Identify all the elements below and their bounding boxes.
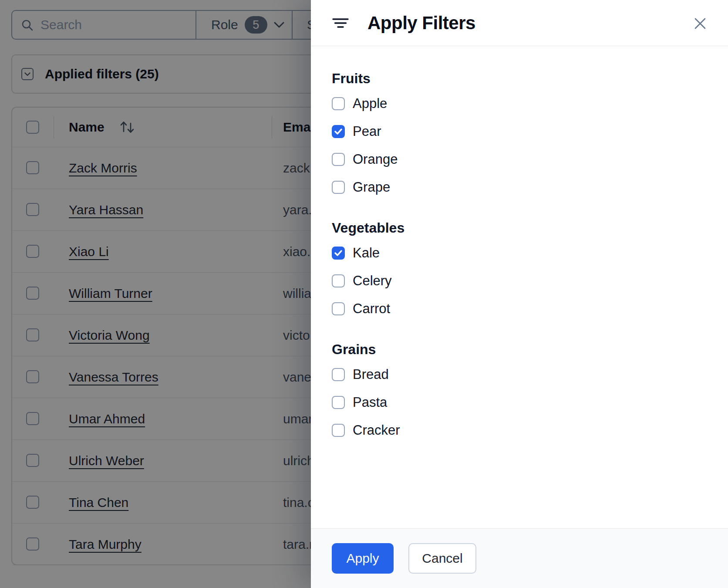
apply-button[interactable]: Apply <box>332 543 394 574</box>
filter-option-label: Orange <box>353 152 398 167</box>
filter-option-label: Bread <box>353 367 389 382</box>
filter-checkbox[interactable] <box>332 368 345 381</box>
apply-filters-panel: Apply Filters Fruits <box>311 0 728 588</box>
filter-option-label: Celery <box>353 273 392 289</box>
filter-option[interactable]: Orange <box>332 153 707 166</box>
checkmark-icon <box>334 128 342 135</box>
filter-option-label: Kale <box>353 245 380 261</box>
filter-checkbox[interactable] <box>332 247 345 260</box>
filter-option[interactable]: Carrot <box>332 302 707 315</box>
filter-checkbox[interactable] <box>332 181 345 194</box>
filter-checkbox[interactable] <box>332 396 345 409</box>
close-button[interactable] <box>691 14 710 33</box>
close-icon <box>694 17 707 30</box>
filter-option-label: Pasta <box>353 395 387 410</box>
filter-checkbox[interactable] <box>332 302 345 315</box>
filter-checkbox[interactable] <box>332 97 345 110</box>
filter-section: Fruits Apple <box>332 71 707 194</box>
filter-icon <box>332 16 349 30</box>
panel-header: Apply Filters <box>311 0 728 46</box>
panel-title: Apply Filters <box>367 13 475 34</box>
filter-option[interactable]: Bread <box>332 368 707 381</box>
filter-section: Vegetables Kale <box>332 220 707 315</box>
app-root: Role 5 S Applied filters (25) <box>0 0 728 588</box>
filter-option[interactable]: Cracker <box>332 424 707 437</box>
filter-section: Grains Bread <box>332 341 707 437</box>
checkmark-icon <box>334 250 342 256</box>
cancel-button[interactable]: Cancel <box>408 543 476 574</box>
filter-section-heading: Vegetables <box>332 220 707 236</box>
filter-option[interactable]: Apple <box>332 97 707 110</box>
filter-section-heading: Fruits <box>332 71 707 87</box>
filter-option[interactable]: Celery <box>332 274 707 287</box>
filter-option[interactable]: Grape <box>332 181 707 194</box>
filter-option-label: Carrot <box>353 301 390 317</box>
filter-option-label: Apple <box>353 96 387 112</box>
filter-checkbox[interactable] <box>332 424 345 437</box>
filter-checkbox[interactable] <box>332 125 345 138</box>
filter-checkbox[interactable] <box>332 274 345 287</box>
filter-option[interactable]: Pasta <box>332 396 707 409</box>
filter-options-list: Fruits Apple <box>311 46 728 528</box>
filter-option-label: Grape <box>353 179 390 195</box>
filter-option[interactable]: Pear <box>332 125 707 138</box>
filter-option-label: Cracker <box>353 422 400 438</box>
filter-option[interactable]: Kale <box>332 247 707 260</box>
filter-checkbox[interactable] <box>332 153 345 166</box>
filter-section-heading: Grains <box>332 341 707 358</box>
filter-option-label: Pear <box>353 124 381 139</box>
panel-footer: Apply Cancel <box>311 528 728 588</box>
